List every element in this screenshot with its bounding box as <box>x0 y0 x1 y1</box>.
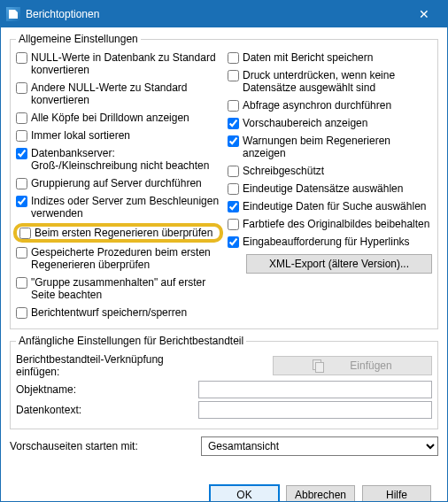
checkbox-row[interactable]: Gespeicherte Prozeduren beim ersten Rege… <box>16 243 220 274</box>
checkbox-input[interactable] <box>228 236 239 248</box>
checkbox-input[interactable] <box>228 166 239 177</box>
help-button[interactable]: Hilfe <box>362 485 431 502</box>
footer-buttons: OK Abbrechen Hilfe <box>10 459 438 502</box>
checkbox-row[interactable]: Vorschaubereich anzeigen <box>228 114 432 132</box>
checkbox-input[interactable] <box>228 201 239 212</box>
checkbox-label: Berichtentwurf speichern/sperren <box>31 306 220 319</box>
checkbox-row[interactable]: NULL-Werte in Datenbank zu Standard konv… <box>16 49 220 79</box>
checkbox-label: Eindeutige Datensätze auswählen <box>243 182 432 195</box>
preview-row: Vorschauseiten starten mit: Gesamtansich… <box>10 436 438 456</box>
checkbox-row[interactable]: Daten mit Bericht speichern <box>228 49 432 66</box>
checkbox-label: Eindeutige Daten für Suche auswählen <box>243 200 432 212</box>
checkbox-row[interactable]: Druck unterdrücken, wenn keine Datensätz… <box>228 66 432 97</box>
checkbox-row[interactable]: Farbtiefe des Originalbildes beibehalten <box>228 215 432 233</box>
checkbox-label: NULL-Werte in Datenbank zu Standard konv… <box>31 51 220 76</box>
group-general: Allgemeine Einstellungen NULL-Werte in D… <box>10 33 438 329</box>
insert-button: Einfügen <box>273 356 432 375</box>
checkbox-label: Indizes oder Server zum Beschleunigen ve… <box>31 195 220 220</box>
checkbox-label: Schreibgeschützt <box>243 165 432 177</box>
checkbox-label: Druck unterdrücken, wenn keine Datensätz… <box>243 69 432 94</box>
datacontext-label: Datenkontext: <box>16 404 193 416</box>
checkbox-label: Vorschaubereich anzeigen <box>243 117 432 129</box>
checkbox-row[interactable]: Eindeutige Daten für Suche auswählen <box>228 197 432 215</box>
close-icon: ✕ <box>419 7 429 21</box>
objectname-label: Objektname: <box>16 383 193 396</box>
checkbox-row[interactable]: Immer lokal sortieren <box>16 127 220 144</box>
checkbox-row[interactable]: Warnungen beim Regenerieren anzeigen <box>228 132 432 162</box>
checkbox-input[interactable] <box>228 70 239 81</box>
ok-button[interactable]: OK <box>210 485 279 502</box>
checkbox-input[interactable] <box>16 307 27 319</box>
checkbox-label: Beim ersten Regenerieren überprüfen <box>35 227 217 239</box>
copy-icon <box>313 359 325 372</box>
checkbox-input[interactable] <box>16 247 27 259</box>
checkbox-row[interactable]: Eindeutige Datensätze auswählen <box>228 180 432 197</box>
checkbox-row[interactable]: Berichtentwurf speichern/sperren <box>16 304 220 321</box>
insert-button-label: Einfügen <box>350 359 391 372</box>
checkbox-row[interactable]: Eingabeaufforderung für Hyperlinks <box>228 233 432 251</box>
checkbox-label: Gespeicherte Prozeduren beim ersten Rege… <box>31 246 220 271</box>
checkbox-label: Alle Köpfe bei Drilldown anzeigen <box>31 112 220 124</box>
preview-select[interactable]: Gesamtansicht <box>201 436 438 456</box>
window-title: Berichtoptionen <box>26 8 406 20</box>
checkbox-label: Eingabeaufforderung für Hyperlinks <box>243 236 432 248</box>
checkbox-row[interactable]: Alle Köpfe bei Drilldown anzeigen <box>16 109 220 127</box>
checkbox-input[interactable] <box>19 228 31 239</box>
checkbox-input[interactable] <box>16 148 27 159</box>
checkbox-label: Abfrage asynchron durchführen <box>243 99 432 112</box>
group-general-legend: Allgemeine Einstellungen <box>16 33 141 45</box>
checkbox-input[interactable] <box>16 277 27 289</box>
checkbox-input[interactable] <box>228 118 239 129</box>
link-insert-label: Berichtbestandteil-Verknüpfung einfügen: <box>16 353 193 378</box>
checkbox-label: Immer lokal sortieren <box>31 129 220 142</box>
cancel-button[interactable]: Abbrechen <box>286 485 355 502</box>
xml-export-button[interactable]: XML-Export (ältere Version)... <box>246 254 432 274</box>
group-initial-legend: Anfängliche Einstellungen für Berichtbes… <box>16 335 246 347</box>
checkbox-row[interactable]: Indizes oder Server zum Beschleunigen ve… <box>16 192 220 222</box>
checkbox-label: Andere NULL-Werte zu Standard konvertier… <box>31 81 220 106</box>
checkbox-input[interactable] <box>228 52 239 64</box>
checkbox-input[interactable] <box>16 196 27 207</box>
checkbox-label: Warnungen beim Regenerieren anzeigen <box>243 135 432 159</box>
datacontext-input[interactable] <box>198 401 432 419</box>
checkbox-row[interactable]: Gruppierung auf Server durchführen <box>16 174 220 192</box>
checkbox-input[interactable] <box>16 178 27 189</box>
checkbox-label: "Gruppe zusammenhalten" auf erster Seite… <box>31 276 220 301</box>
checkbox-input[interactable] <box>16 52 27 64</box>
checkbox-row[interactable]: Beim ersten Regenerieren überprüfen <box>13 223 223 243</box>
checkbox-row[interactable]: Schreibgeschützt <box>228 162 432 180</box>
checkbox-input[interactable] <box>228 135 239 147</box>
checkbox-label: Gruppierung auf Server durchführen <box>31 177 220 189</box>
checkbox-label: Daten mit Bericht speichern <box>243 51 432 64</box>
objectname-input[interactable] <box>198 381 432 398</box>
general-right-column: Daten mit Bericht speichernDruck unterdr… <box>228 49 432 321</box>
checkbox-input[interactable] <box>228 183 239 195</box>
titlebar: Berichtoptionen ✕ <box>1 1 447 27</box>
dialog-content: Allgemeine Einstellungen NULL-Werte in D… <box>1 27 447 502</box>
close-button[interactable]: ✕ <box>406 1 442 27</box>
preview-label: Vorschauseiten starten mit: <box>10 440 196 452</box>
checkbox-row[interactable]: "Gruppe zusammenhalten" auf erster Seite… <box>16 274 220 304</box>
checkbox-input[interactable] <box>16 130 27 142</box>
checkbox-input[interactable] <box>228 219 239 230</box>
checkbox-row[interactable]: Datenbankserver: Groß-/Kleinschreibung n… <box>16 144 220 174</box>
checkbox-label: Datenbankserver: Groß-/Kleinschreibung n… <box>31 147 220 172</box>
checkbox-label: Farbtiefe des Originalbildes beibehalten <box>243 218 432 230</box>
checkbox-row[interactable]: Andere NULL-Werte zu Standard konvertier… <box>16 79 220 109</box>
checkbox-input[interactable] <box>16 112 27 124</box>
checkbox-row[interactable]: Abfrage asynchron durchführen <box>228 97 432 114</box>
checkbox-input[interactable] <box>228 100 239 112</box>
app-icon <box>6 7 20 21</box>
group-initial: Anfängliche Einstellungen für Berichtbes… <box>10 335 438 429</box>
general-left-column: NULL-Werte in Datenbank zu Standard konv… <box>16 49 220 321</box>
checkbox-input[interactable] <box>16 82 27 94</box>
